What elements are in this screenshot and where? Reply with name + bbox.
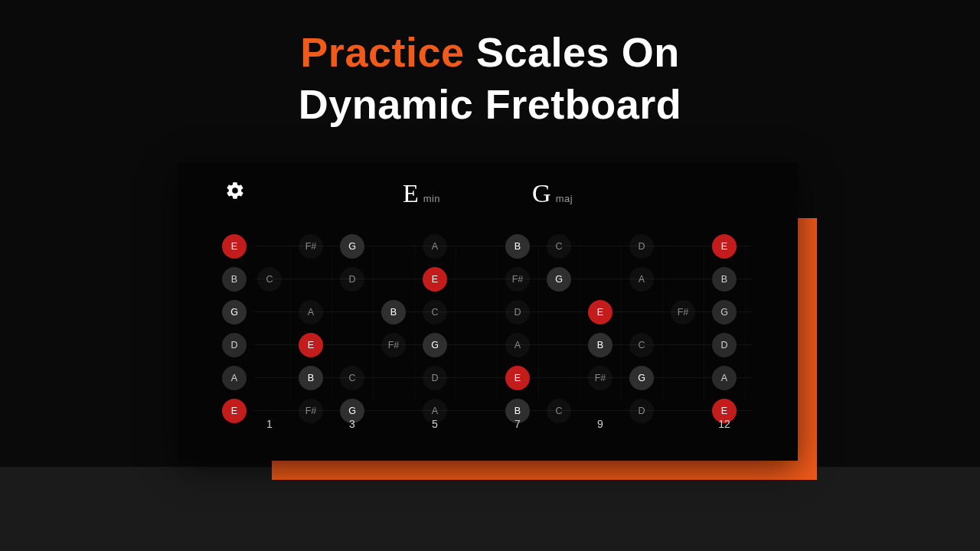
note[interactable]: C (423, 300, 447, 324)
note[interactable]: G (712, 300, 737, 324)
fret-number: 7 (514, 418, 521, 430)
fret-line (332, 246, 332, 401)
fret-number: 3 (349, 418, 355, 430)
note[interactable]: A (712, 366, 737, 390)
note[interactable]: G (547, 267, 571, 292)
fret-line (373, 246, 374, 401)
fret-line (662, 246, 663, 401)
note-root[interactable]: E (588, 300, 612, 324)
note-root[interactable]: E (712, 234, 737, 259)
note[interactable]: D (629, 399, 654, 423)
note[interactable]: B (222, 267, 247, 292)
fret-line (580, 246, 580, 401)
title-rest-1: Scales On (465, 29, 680, 75)
scale-primary-mode: min (423, 193, 440, 204)
note[interactable]: F# (299, 399, 323, 423)
note[interactable]: D (629, 234, 654, 259)
scale-primary-root: E (403, 179, 419, 208)
note[interactable]: A (505, 333, 530, 357)
note[interactable]: C (547, 399, 571, 423)
note-root[interactable]: E (299, 333, 323, 357)
scale-primary[interactable]: E min (403, 179, 440, 208)
note-root[interactable]: E (423, 267, 447, 292)
note[interactable]: F# (505, 267, 530, 292)
fret-number: 1 (266, 418, 273, 430)
note[interactable]: D (505, 300, 530, 324)
note[interactable]: A (299, 300, 323, 324)
string-line (254, 246, 752, 246)
note[interactable]: B (505, 234, 530, 259)
note[interactable]: B (588, 333, 612, 357)
note[interactable]: C (547, 234, 571, 259)
string-line (254, 279, 752, 279)
note[interactable]: C (257, 267, 282, 292)
fret-line (414, 246, 415, 401)
note[interactable]: A (423, 234, 447, 259)
title-line-2: Dynamic Fretboard (0, 79, 980, 131)
string-line (254, 410, 752, 411)
note[interactable]: C (629, 333, 654, 357)
note[interactable]: G (222, 300, 247, 324)
note[interactable]: A (629, 267, 654, 292)
note[interactable]: D (222, 333, 247, 357)
fretboard: EF#GABCDEBCDEF#GABGABCDEF#GDEF#GABCDABCD… (224, 231, 752, 430)
note[interactable]: D (423, 366, 447, 390)
fret-line (745, 246, 746, 401)
note[interactable]: C (340, 366, 364, 390)
note[interactable]: D (340, 267, 364, 292)
scale-labels: E min G maj (178, 179, 798, 208)
fret-number: 9 (597, 418, 603, 430)
note-root[interactable]: E (222, 234, 247, 259)
note[interactable]: A (222, 366, 247, 390)
scale-secondary-mode: maj (556, 193, 573, 204)
fret-line (456, 246, 456, 401)
fret-line (538, 246, 539, 401)
note[interactable]: F# (299, 234, 323, 259)
note[interactable]: F# (671, 300, 695, 324)
fret-line (290, 246, 291, 401)
panel-header: E min G maj (178, 162, 798, 216)
note[interactable]: B (299, 366, 323, 390)
string-line (254, 344, 752, 345)
note[interactable]: B (712, 267, 737, 292)
note[interactable]: G (340, 234, 364, 259)
note-root[interactable]: E (222, 399, 247, 423)
scale-secondary[interactable]: G maj (532, 179, 573, 208)
note[interactable]: D (712, 333, 737, 357)
string-line (254, 377, 752, 378)
fretboard-panel: E min G maj EF#GABCDEBCDEF#GABGABCDEF#GD… (178, 162, 798, 461)
note-root[interactable]: E (505, 366, 530, 390)
note[interactable]: B (381, 300, 406, 324)
page-title: Practice Scales On Dynamic Fretboard (0, 27, 980, 130)
note[interactable]: G (629, 366, 654, 390)
scale-secondary-root: G (532, 179, 551, 208)
fret-line (621, 246, 622, 401)
fret-number: 12 (718, 418, 730, 430)
note[interactable]: G (423, 333, 447, 357)
note[interactable]: F# (381, 333, 406, 357)
fret-line (497, 246, 498, 401)
title-accent: Practice (300, 29, 464, 75)
fret-line (704, 246, 704, 401)
fret-number: 5 (432, 418, 438, 430)
note[interactable]: F# (588, 366, 612, 390)
